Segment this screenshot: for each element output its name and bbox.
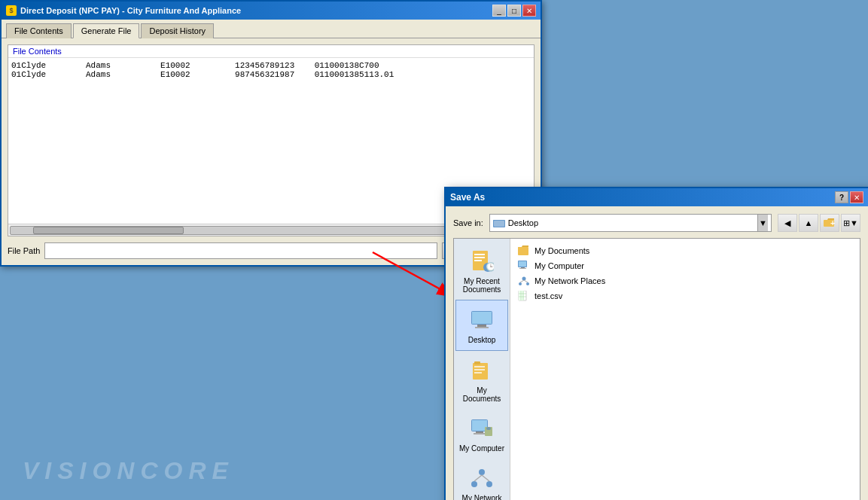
- svg-rect-40: [519, 268, 526, 269]
- my-network-label: My Network: [462, 494, 502, 500]
- watermark: VISIONCORE: [23, 457, 234, 485]
- new-folder-icon: +: [824, 218, 836, 228]
- desktop-icon: [468, 306, 495, 334]
- view-button[interactable]: ⊞▼: [841, 214, 860, 232]
- svg-point-41: [522, 277, 526, 281]
- svg-point-29: [479, 469, 485, 475]
- svg-rect-39: [521, 267, 525, 268]
- svg-point-31: [486, 481, 492, 487]
- file-path-label: File Path: [8, 246, 40, 255]
- svg-rect-38: [519, 261, 526, 267]
- svg-rect-20: [474, 366, 485, 367]
- svg-rect-4: [494, 221, 504, 227]
- desktop-label: Desktop: [468, 336, 496, 344]
- svg-rect-10: [474, 257, 485, 258]
- desktop-folder-icon: [493, 218, 505, 228]
- svg-point-30: [471, 481, 477, 487]
- file-list-item-my-documents[interactable]: My Documents: [515, 243, 855, 258]
- minimize-button[interactable]: _: [492, 5, 506, 17]
- svg-rect-35: [518, 247, 522, 249]
- help-button[interactable]: ?: [835, 191, 848, 203]
- save-toolbar: ◀ ▲ + ⊞▼: [778, 214, 860, 232]
- save-in-label: Save in:: [453, 218, 483, 227]
- my-documents-label: My Documents: [458, 386, 505, 403]
- svg-rect-17: [475, 327, 489, 328]
- svg-rect-16: [477, 325, 486, 327]
- svg-rect-15: [472, 312, 492, 324]
- save-main-area: 🕒 My RecentDocuments Desktop: [453, 238, 860, 500]
- maximize-button[interactable]: □: [507, 5, 521, 17]
- file-path-input[interactable]: [44, 242, 437, 259]
- sidebar-item-network[interactable]: My Network: [455, 459, 508, 500]
- main-title-bar: $ Direct Deposit (NPC PAY) - City Furnit…: [2, 2, 541, 20]
- recent-docs-icon: 🕒: [468, 248, 495, 275]
- svg-line-32: [474, 475, 482, 481]
- svg-rect-22: [474, 372, 482, 373]
- sidebar-item-computer[interactable]: My Computer: [455, 409, 508, 459]
- my-computer-file-label: My Computer: [535, 261, 584, 270]
- svg-rect-9: [474, 254, 485, 255]
- sidebar-item-desktop[interactable]: Desktop: [455, 300, 508, 351]
- svg-point-42: [519, 282, 522, 285]
- group-box-title: File Contents: [8, 45, 534, 58]
- save-in-dropdown-arrow[interactable]: ▼: [757, 215, 768, 231]
- horizontal-scrollbar[interactable]: [10, 226, 517, 235]
- svg-rect-25: [476, 431, 483, 433]
- sidebar-item-documents[interactable]: My Documents: [455, 351, 508, 409]
- close-button[interactable]: ✕: [522, 5, 536, 17]
- svg-point-28: [486, 427, 491, 430]
- save-dialog-title: Save As: [450, 192, 485, 203]
- svg-rect-11: [474, 260, 482, 261]
- tab-generate-file[interactable]: Generate File: [73, 23, 140, 38]
- tabs-bar: File Contents Generate File Deposit Hist…: [2, 20, 541, 38]
- recent-docs-label: My RecentDocuments: [463, 277, 501, 294]
- save-top-row: Save in: Desktop ▼ ◀ ▲: [453, 214, 860, 232]
- my-computer-label: My Computer: [459, 444, 504, 453]
- my-computer-icon: [468, 415, 495, 442]
- svg-rect-21: [474, 369, 485, 370]
- my-documents-icon: [468, 357, 495, 384]
- svg-text:+: +: [830, 218, 835, 227]
- network-places-file-icon: [518, 275, 530, 287]
- app-icon: $: [6, 5, 17, 16]
- title-bar-controls: _ □ ✕: [492, 5, 536, 17]
- svg-line-33: [482, 475, 489, 481]
- back-button[interactable]: ◀: [778, 214, 797, 232]
- my-computer-file-icon: [518, 260, 530, 272]
- save-in-dropdown[interactable]: Desktop ▼: [489, 214, 772, 232]
- file-list-item-my-computer[interactable]: My Computer: [515, 258, 855, 273]
- save-sidebar: 🕒 My RecentDocuments Desktop: [454, 239, 510, 500]
- csv-file-icon: [518, 290, 530, 302]
- svg-marker-36: [518, 245, 528, 247]
- my-network-icon: [468, 465, 495, 492]
- test-csv-file-label: test.csv: [535, 291, 562, 300]
- main-window-title: Direct Deposit (NPC PAY) - City Furnitur…: [20, 6, 241, 15]
- tab-file-contents[interactable]: File Contents: [6, 23, 72, 38]
- svg-rect-19: [474, 361, 480, 364]
- svg-line-45: [524, 280, 528, 282]
- network-places-file-label: My Network Places: [535, 276, 605, 285]
- save-title-controls: ? ✕: [835, 191, 863, 203]
- new-folder-button[interactable]: +: [820, 214, 839, 232]
- tab-deposit-history[interactable]: Deposit History: [141, 23, 214, 38]
- save-title-bar: Save As ? ✕: [446, 188, 868, 206]
- save-close-button[interactable]: ✕: [850, 191, 863, 203]
- save-files-area: My Documents My Computer: [510, 239, 860, 500]
- file-list-item-test-csv[interactable]: test.csv: [515, 288, 855, 303]
- svg-rect-18: [473, 363, 488, 380]
- svg-text:🕒: 🕒: [486, 261, 494, 272]
- scrollbar-thumb[interactable]: [33, 227, 184, 234]
- up-button[interactable]: ▲: [799, 214, 818, 232]
- svg-rect-26: [474, 433, 486, 434]
- my-documents-file-label: My Documents: [535, 246, 589, 255]
- save-body: Save in: Desktop ▼ ◀ ▲: [446, 206, 868, 500]
- file-list-item-network-places[interactable]: My Network Places: [515, 273, 855, 288]
- my-documents-file-icon: [518, 245, 530, 257]
- svg-line-44: [520, 280, 524, 282]
- save-in-value: Desktop: [508, 218, 538, 227]
- sidebar-item-recent[interactable]: 🕒 My RecentDocuments: [455, 242, 508, 300]
- svg-point-43: [526, 282, 529, 285]
- title-bar-left: $ Direct Deposit (NPC PAY) - City Furnit…: [6, 5, 241, 16]
- save-as-dialog: Save As ? ✕ Save in: Desktop ▼ ◀: [444, 187, 868, 500]
